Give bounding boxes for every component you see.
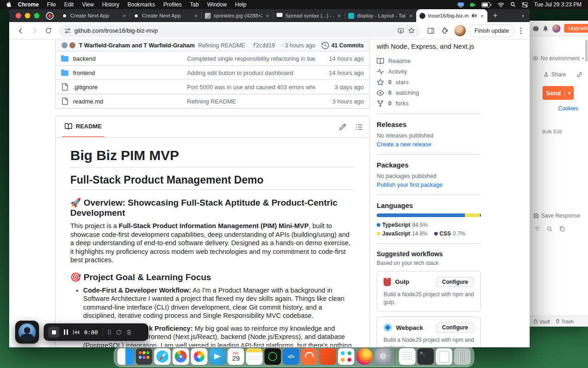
- install-icon[interactable]: [397, 28, 404, 34]
- dock-app-icon[interactable]: [320, 348, 336, 365]
- rewind-icon[interactable]: [73, 330, 79, 335]
- postman-scrollbar[interactable]: [585, 40, 588, 62]
- outline-list-icon[interactable]: [356, 123, 363, 131]
- configure-button[interactable]: Configure: [436, 277, 474, 287]
- send-button[interactable]: Send ▾: [543, 86, 574, 100]
- share-button[interactable]: Share: [543, 71, 584, 78]
- file-commit-message[interactable]: Port 5000 was in use and caused 403 erro…: [187, 84, 315, 91]
- commit-message[interactable]: Refining README: [198, 42, 245, 49]
- filter-lines-icon[interactable]: [534, 226, 540, 231]
- menu-item-history[interactable]: History: [98, 1, 123, 8]
- zoom-window-button[interactable]: [34, 13, 40, 18]
- sidebar-stars-link[interactable]: 0 stars: [377, 79, 481, 86]
- menu-item-view[interactable]: View: [78, 1, 98, 8]
- tab-spread-syntax-mdn[interactable]: Spread syntax (...) - Ja... ×: [273, 9, 345, 22]
- delete-recording-icon[interactable]: [126, 329, 132, 335]
- tab-github-repo[interactable]: trose16/big-biz-mv... ×: [416, 9, 487, 22]
- upgrade-button[interactable]: Upgrade: [564, 24, 588, 33]
- dock-postman-icon[interactable]: [301, 348, 318, 365]
- tab-create-next-app-1[interactable]: Create Next App ×: [58, 9, 130, 22]
- author-avatar[interactable]: [61, 42, 68, 49]
- tab-close-icon[interactable]: ×: [337, 13, 341, 19]
- commit-sha[interactable]: f2cdd19: [253, 42, 275, 49]
- dock-trash-icon[interactable]: [454, 348, 471, 365]
- menu-item-chrome[interactable]: Chrome: [14, 1, 43, 8]
- file-name[interactable]: frontend: [73, 69, 182, 76]
- site-settings-icon[interactable]: [64, 28, 71, 34]
- author-avatar[interactable]: [69, 42, 76, 49]
- menu-item-help[interactable]: Help: [231, 1, 251, 8]
- file-commit-message[interactable]: Refining README: [187, 98, 315, 105]
- publish-package-link[interactable]: Publish your first package: [377, 182, 442, 188]
- tab-search-icon[interactable]: ▾: [522, 13, 524, 18]
- file-name[interactable]: .gitignore: [73, 84, 182, 91]
- commits-count[interactable]: 41 Commits: [322, 42, 364, 49]
- camera-indicator-icon[interactable]: [470, 3, 475, 7]
- menu-item-file[interactable]: File: [43, 1, 60, 8]
- dock-photos-icon[interactable]: [191, 348, 208, 365]
- link-icon[interactable]: [577, 72, 582, 78]
- search-icon[interactable]: [547, 226, 553, 232]
- create-release-link[interactable]: Create a new release: [377, 141, 431, 148]
- file-row[interactable]: .gitignore Port 5000 was in use and caus…: [55, 80, 370, 94]
- menu-bar-clock[interactable]: Tue Jul 29 3:23 PM: [534, 1, 582, 8]
- wifi-icon[interactable]: [498, 2, 504, 7]
- file-commit-message[interactable]: Completed single responsibility refactor…: [187, 55, 315, 62]
- bulk-edit-button[interactable]: Bulk Edit: [542, 129, 562, 134]
- sidebar-readme-link[interactable]: Readme: [377, 58, 481, 65]
- menu-item-window[interactable]: Window: [203, 1, 231, 8]
- recorder-camera-bubble[interactable]: [15, 321, 39, 344]
- profile-avatar[interactable]: [454, 25, 466, 36]
- dock-spotify-icon[interactable]: [265, 348, 281, 365]
- dock-chrome-icon[interactable]: [173, 348, 189, 365]
- readme-tab[interactable]: README: [62, 116, 104, 137]
- restart-recording-icon[interactable]: [116, 329, 122, 335]
- send-options-icon[interactable]: ▾: [565, 91, 574, 96]
- sidebar-activity-link[interactable]: Activity: [377, 68, 481, 75]
- menu-item-bookmarks[interactable]: Bookmarks: [124, 1, 159, 8]
- dock-terminal-icon[interactable]: [418, 348, 434, 365]
- dock-calendar-icon[interactable]: JUL 29: [228, 348, 244, 365]
- file-name[interactable]: readme.md: [73, 98, 182, 105]
- tab-create-next-app-2[interactable]: Create Next App ×: [130, 9, 201, 22]
- tab-close-icon[interactable]: ×: [480, 13, 484, 19]
- dock-safari-icon[interactable]: [154, 348, 171, 365]
- dock-slack-icon[interactable]: [338, 348, 355, 365]
- commit-bar[interactable]: T Warfield-Graham and T Warfield-Graham …: [55, 40, 370, 52]
- dock-textedit-icon[interactable]: [399, 348, 416, 365]
- back-button[interactable]: [15, 25, 27, 37]
- tab-audio-icon[interactable]: [471, 13, 477, 18]
- trash-item[interactable]: Trash: [555, 319, 573, 324]
- file-name[interactable]: backend: [73, 55, 182, 62]
- spotlight-search-icon[interactable]: [510, 2, 516, 7]
- screen-mirroring-icon[interactable]: [458, 2, 464, 7]
- apple-icon[interactable]: [6, 1, 12, 8]
- sidebar-watching-link[interactable]: 0 watching: [377, 89, 481, 97]
- file-row[interactable]: backend Completed single responsibility …: [55, 52, 370, 66]
- url-text[interactable]: github.com/trose16/big-biz-mvp: [74, 27, 394, 34]
- language-segment-javascript[interactable]: [465, 213, 481, 217]
- tab-close-icon[interactable]: ×: [408, 13, 413, 19]
- dock-documents-stack-icon[interactable]: [436, 348, 452, 365]
- file-row[interactable]: frontend Adding edit button to product d…: [55, 66, 370, 80]
- vault-item[interactable]: Vault: [533, 319, 550, 324]
- side-panel-icon[interactable]: [425, 25, 437, 37]
- dock-firefox-icon[interactable]: [356, 348, 373, 365]
- stop-recording-button[interactable]: [48, 327, 59, 338]
- language-legend-item[interactable]: JavaScript14.8%: [377, 230, 428, 237]
- language-legend-item[interactable]: CSS0.7%: [434, 230, 465, 237]
- environment-selector[interactable]: No environment ▾: [532, 55, 584, 62]
- battery-icon[interactable]: [481, 2, 492, 7]
- close-window-button[interactable]: [16, 13, 21, 18]
- dock-telegram-icon[interactable]: [209, 348, 226, 365]
- menu-item-tab[interactable]: Tab: [186, 1, 203, 8]
- control-center-icon[interactable]: [522, 2, 528, 7]
- pause-icon[interactable]: [64, 329, 68, 335]
- dock-vscode-icon[interactable]: </>: [283, 348, 300, 365]
- minimize-window-button[interactable]: [25, 13, 30, 18]
- forward-button[interactable]: [28, 25, 40, 37]
- file-commit-message[interactable]: Adding edit button to product dashboard: [187, 69, 315, 76]
- language-segment-css[interactable]: [480, 213, 481, 217]
- menu-item-profiles[interactable]: Profiles: [159, 1, 186, 8]
- copy-icon[interactable]: [559, 226, 565, 232]
